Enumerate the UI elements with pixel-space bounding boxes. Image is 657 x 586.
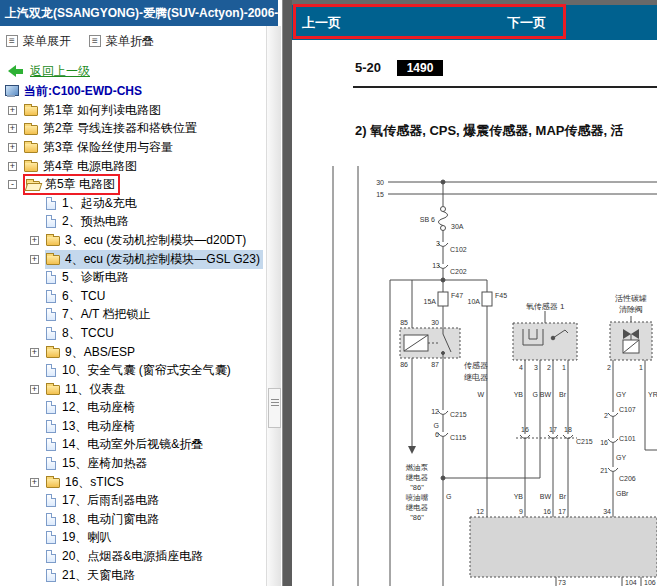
diagram-label: GY bbox=[616, 454, 626, 461]
tree-item[interactable]: +第4章 电源电路图 bbox=[0, 157, 266, 176]
tree-item-body[interactable]: 18、电动门窗电路 bbox=[45, 510, 162, 529]
diagram-label: 30 bbox=[431, 319, 439, 326]
diagram-label: 13 bbox=[432, 262, 440, 269]
tree-item-body[interactable]: 6、TCU bbox=[45, 287, 108, 306]
tree-item-label: 6、TCU bbox=[62, 288, 105, 305]
tree-item[interactable]: +第2章 导线连接器和搭铁位置 bbox=[0, 120, 266, 139]
prev-page-link[interactable]: 上一页 bbox=[302, 14, 341, 32]
tree-item-body[interactable]: 14、电动室外后视镜&折叠 bbox=[45, 435, 206, 454]
tree-item-body[interactable]: 第1章 如何判读电路图 bbox=[23, 101, 164, 120]
tree-item-body[interactable]: 11、仪表盘 bbox=[45, 380, 128, 399]
tree-item-label: 14、电动室外后视镜&折叠 bbox=[62, 436, 203, 453]
tree-item[interactable]: 7、A/T 档把锁止 bbox=[0, 306, 266, 325]
page-icon bbox=[46, 271, 56, 284]
expand-expander-icon[interactable]: + bbox=[30, 255, 39, 264]
tree-item-body[interactable]: 8、TCCU bbox=[45, 324, 117, 343]
panel-splitter[interactable] bbox=[282, 0, 292, 586]
tree-item-body[interactable]: 5、诊断电路 bbox=[45, 268, 132, 287]
diagram-label: C101 bbox=[619, 435, 636, 442]
tree-item[interactable]: +第1章 如何判读电路图 bbox=[0, 101, 266, 120]
tree-item-body[interactable]: 第2章 导线连接器和搭铁位置 bbox=[23, 119, 200, 138]
folder-icon bbox=[46, 236, 60, 246]
tree-item[interactable]: 12、电动座椅 bbox=[0, 399, 266, 418]
diagram-label: GBr bbox=[616, 490, 629, 497]
diagram-label: 17 bbox=[549, 426, 557, 433]
tree-item-label: 13、电动座椅 bbox=[62, 418, 135, 435]
tree-item[interactable]: +16、sTICS bbox=[0, 473, 266, 492]
tree-item-body[interactable]: 15、座椅加热器 bbox=[45, 454, 150, 473]
tree-item[interactable]: +9、ABS/ESP bbox=[0, 343, 266, 362]
tree-item-body[interactable]: 19、喇叭 bbox=[45, 528, 114, 547]
tree-item[interactable]: 5、诊断电路 bbox=[0, 268, 266, 287]
tree-item-label: 10、安全气囊 (窗帘式安全气囊) bbox=[62, 362, 231, 379]
tree-item-body[interactable]: 1、起动&充电 bbox=[45, 194, 140, 213]
tree-item-label: 17、后雨刮器电路 bbox=[62, 492, 159, 509]
tree-item-body[interactable]: 13、电动座椅 bbox=[45, 417, 138, 436]
tree-item-body[interactable]: 4、ecu (发动机控制模块—GSL G23) bbox=[45, 250, 263, 269]
expand-expander-icon[interactable]: + bbox=[8, 162, 17, 171]
page-icon bbox=[46, 290, 56, 303]
tree-item[interactable]: 15、座椅加热器 bbox=[0, 454, 266, 473]
tree-item[interactable]: 10、安全气囊 (窗帘式安全气囊) bbox=[0, 361, 266, 380]
tree-item[interactable]: 8、TCCU bbox=[0, 324, 266, 343]
tree-item-body[interactable]: 10、安全气囊 (窗帘式安全气囊) bbox=[45, 361, 234, 380]
tree-item[interactable]: +4、ecu (发动机控制模块—GSL G23) bbox=[0, 250, 266, 269]
diagram-label: 传感器 bbox=[464, 361, 488, 370]
diagram-label: 继电器 bbox=[406, 473, 429, 482]
diagram-label: "86" bbox=[410, 483, 424, 492]
tree-item-body[interactable]: 第3章 保险丝使用与容量 bbox=[23, 138, 176, 157]
diagram-label: YB bbox=[514, 493, 524, 500]
tree-item[interactable]: 19、喇叭 bbox=[0, 529, 266, 548]
back-link[interactable]: 返回上一级 bbox=[30, 63, 90, 80]
tree-item-body[interactable]: 第4章 电源电路图 bbox=[23, 157, 140, 176]
app-window: { "window": { "title": "上汽双龙(SSANGYONG)-… bbox=[0, 0, 657, 586]
diagram-wires bbox=[333, 166, 657, 586]
diagram-label: 15A bbox=[424, 298, 437, 305]
tree-item[interactable]: 1、起动&充电 bbox=[0, 194, 266, 213]
tree-item[interactable]: -第5章 电路图 bbox=[0, 175, 266, 194]
folder-icon bbox=[24, 125, 38, 135]
expand-expander-icon[interactable]: + bbox=[30, 348, 39, 357]
tree-item-body[interactable]: 20、点烟器&电源插座电路 bbox=[45, 547, 206, 566]
expand-expander-icon[interactable]: + bbox=[8, 143, 17, 152]
tree-item-body[interactable]: 16、sTICS bbox=[45, 473, 127, 492]
tree-item-body[interactable]: 12、电动座椅 bbox=[45, 398, 138, 417]
diagram-label: 喷油嘴 bbox=[406, 493, 429, 502]
tree-item-body[interactable]: 7、A/T 档把锁止 bbox=[45, 305, 153, 324]
tree-item[interactable]: 2、预热电路 bbox=[0, 213, 266, 232]
expand-expander-icon[interactable]: + bbox=[30, 478, 39, 487]
tree-item-body[interactable]: 17、后雨刮器电路 bbox=[45, 491, 162, 510]
page-icon bbox=[46, 531, 56, 544]
tree-item[interactable]: 20、点烟器&电源插座电路 bbox=[0, 547, 266, 566]
tree-item[interactable]: +11、仪表盘 bbox=[0, 380, 266, 399]
tree-item[interactable]: 14、电动室外后视镜&折叠 bbox=[0, 436, 266, 455]
expand-expander-icon[interactable]: + bbox=[8, 124, 17, 133]
tree-item[interactable]: 17、后雨刮器电路 bbox=[0, 491, 266, 510]
expand-expander-icon[interactable]: + bbox=[8, 106, 17, 115]
tree-item[interactable]: 13、电动座椅 bbox=[0, 417, 266, 436]
diagram-label: YR bbox=[648, 391, 657, 398]
diagram-label: C102 bbox=[450, 246, 467, 253]
tree-item-label: 3、ecu (发动机控制模块—d20DT) bbox=[65, 232, 246, 249]
sidebar-scrollbar-thumb[interactable] bbox=[268, 388, 281, 428]
menu-expand-button[interactable]: 菜单展开 bbox=[6, 33, 71, 50]
tree-item-body[interactable]: 3、ecu (发动机控制模块—d20DT) bbox=[45, 231, 249, 250]
tree-item-highlight-box[interactable]: 第5章 电路图 bbox=[23, 174, 120, 195]
tree-item-body[interactable]: 2、预热电路 bbox=[45, 212, 132, 231]
menu-collapse-button[interactable]: 菜单折叠 bbox=[89, 33, 154, 50]
tree-item-label: 20、点烟器&电源插座电路 bbox=[62, 548, 203, 565]
expand-expander-icon[interactable]: + bbox=[30, 236, 39, 245]
sidebar-scrollbar[interactable] bbox=[266, 26, 281, 586]
expand-expander-icon[interactable]: + bbox=[30, 385, 39, 394]
menu-collapse-label: 菜单折叠 bbox=[106, 33, 154, 50]
tree-item-body[interactable]: 9、ABS/ESP bbox=[45, 343, 138, 362]
tree-item[interactable]: 6、TCU bbox=[0, 287, 266, 306]
tree-item[interactable]: +第3章 保险丝使用与容量 bbox=[0, 138, 266, 157]
collapse-expander-icon[interactable]: - bbox=[8, 180, 17, 189]
next-page-link[interactable]: 下一页 bbox=[507, 14, 546, 32]
tree-item[interactable]: 21、天窗电路 bbox=[0, 566, 266, 585]
tree-item[interactable]: +3、ecu (发动机控制模块—d20DT) bbox=[0, 231, 266, 250]
tree-item-body[interactable]: 21、天窗电路 bbox=[45, 566, 138, 585]
tree-item[interactable]: 18、电动门窗电路 bbox=[0, 510, 266, 529]
tree-item-label: 15、座椅加热器 bbox=[62, 455, 147, 472]
